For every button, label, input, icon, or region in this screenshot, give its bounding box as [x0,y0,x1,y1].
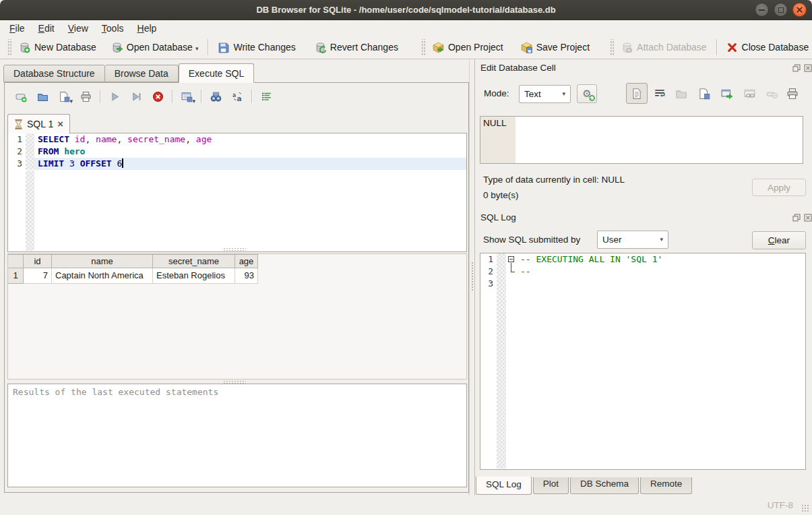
float-panel-icon[interactable] [792,64,801,72]
new-database-icon [19,42,30,53]
save-file-icon [59,91,70,102]
menu-help[interactable]: Help [131,22,164,35]
text-mode-button[interactable] [626,83,648,104]
save-results-dropdown-icon[interactable]: ▾ [192,98,195,104]
set-null-button [763,85,781,102]
encoding-indicator: UTF-8 [768,500,793,510]
open-sql-file-button[interactable] [34,88,51,104]
toolbar-separator [201,90,201,103]
print-sql-button[interactable] [77,88,94,104]
open-project-icon [433,42,444,53]
import-data-button [673,85,690,102]
resize-grip[interactable] [801,504,809,512]
cell-secret-name[interactable]: Esteban Rogelios [153,268,235,284]
save-file-dropdown-icon[interactable]: ▾ [69,98,73,104]
cell-editor[interactable]: NULL [480,116,803,164]
print-cell-button[interactable] [784,85,801,102]
open-database-dropdown-icon[interactable]: ▾ [195,46,199,52]
tab-execute-sql[interactable]: Execute SQL [179,63,255,83]
log-filter-label: Show SQL submitted by [483,235,580,245]
table-row[interactable]: 1 7 Captain North America Esteban Rogeli… [8,268,466,284]
apply-button: Apply [752,179,806,196]
sql1-tab[interactable]: SQL 1 × [7,114,70,133]
auto-switch-mode-button[interactable]: ⚙ [577,84,597,103]
save-results-button[interactable]: ▾ [179,88,195,104]
corner-header[interactable] [8,254,24,268]
column-header-secret-name[interactable]: secret_name [153,254,235,268]
write-changes-button[interactable]: Write Changes [213,39,300,56]
toolbar-drag-handle[interactable] [7,39,11,55]
toolbar-separator [208,39,208,55]
save-file-icon [698,88,710,100]
fold-margin [26,133,34,146]
mode-select[interactable]: Text ▾ [519,85,571,103]
close-sql-tab-icon[interactable]: × [57,119,63,129]
close-button[interactable] [792,3,807,17]
sql-code-editor[interactable]: 1SELECT id, name, secret_name, age 2FROM… [7,133,467,252]
close-panel-icon[interactable] [804,214,812,222]
cell-name[interactable]: Captain North America [52,268,153,284]
fold-margin [497,266,506,278]
cell-content: NULL [483,118,507,128]
new-sql-tab-button[interactable] [13,88,29,104]
tab-browse-data[interactable]: Browse Data [105,65,179,82]
attach-database-button: Attach Database [617,39,712,56]
open-external-button[interactable] [718,85,736,102]
replace-button[interactable]: aa [229,88,245,104]
float-panel-icon[interactable] [792,214,801,222]
open-in-window-icon [721,88,733,100]
export-data-button[interactable] [695,85,713,102]
column-header-age[interactable]: age [235,254,258,268]
find-button[interactable] [208,88,224,104]
clear-log-button[interactable]: Clear [752,231,806,249]
minimize-button[interactable] [755,3,769,17]
menu-file[interactable]: File [3,22,32,35]
svg-text:a: a [232,91,236,98]
fold-margin [26,158,34,170]
column-header-id[interactable]: id [24,254,52,268]
cell-age[interactable]: 93 [235,268,258,284]
cell-id[interactable]: 7 [24,268,52,284]
toolbar-drag-handle[interactable] [609,39,614,55]
execute-sql-panel: ▾ ▾ aa SQL 1 [4,82,469,493]
save-sql-file-button[interactable]: ▾ [56,88,72,104]
play-icon [109,91,121,102]
word-wrap-button[interactable] [651,85,668,102]
replace-icon: aa [232,91,243,102]
revert-changes-icon [315,42,326,53]
tab-plot[interactable]: Plot [533,477,569,494]
open-file-icon [37,91,49,102]
save-project-button[interactable]: Save Project [516,39,594,56]
fold-margin [497,290,506,468]
open-database-button[interactable]: Open Database ▾ [106,39,204,56]
log-line: 1 -- EXECUTING ALL IN 'SQL 1' [480,253,805,266]
menu-edit[interactable]: Edit [32,22,61,35]
tab-remote[interactable]: Remote [640,477,692,494]
stop-execution-button[interactable] [150,88,166,104]
menu-view[interactable]: View [61,22,95,35]
maximize-button[interactable] [774,3,788,17]
log-filter-select[interactable]: User ▾ [597,231,668,249]
fold-line [511,266,515,272]
revert-changes-button[interactable]: Revert Changes [310,39,403,56]
mode-label: Mode: [484,88,509,98]
close-panel-icon[interactable] [804,64,812,72]
open-project-button[interactable]: Open Project [428,39,508,56]
column-header-name[interactable]: name [52,254,153,268]
menu-tools[interactable]: Tools [95,22,131,35]
tab-sql-log[interactable]: SQL Log [476,477,532,495]
toolbar-drag-handle[interactable] [420,39,425,55]
splitter-handle[interactable] [223,247,246,251]
new-database-button[interactable]: New Database [14,39,101,56]
tab-db-schema[interactable]: DB Schema [570,477,639,494]
execute-line-button [128,88,144,104]
refresh-arrow-icon [589,95,595,101]
tab-database-structure[interactable]: Database Structure [3,65,105,82]
fold-collapse-icon[interactable] [508,256,514,262]
close-database-button[interactable]: Close Database [722,39,812,56]
pane-splitter[interactable] [469,59,475,495]
format-sql-button[interactable] [258,88,274,104]
open-database-icon [111,42,123,53]
code-line: 2FROM hero [8,146,466,158]
play-to-end-icon [131,91,142,102]
